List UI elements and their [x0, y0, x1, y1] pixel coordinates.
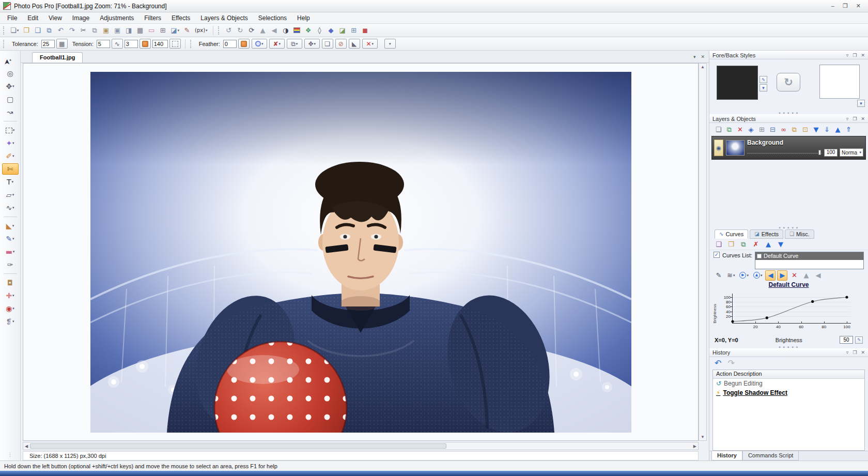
scroll-up-icon[interactable]: ▲ — [701, 65, 705, 69]
layer-visibility-button[interactable]: ◉ — [714, 140, 723, 156]
sharpen-icon[interactable]: ◊ — [315, 25, 325, 36]
curve-edit-tool[interactable]: ↝ — [2, 106, 19, 118]
curve-point[interactable] — [766, 316, 768, 319]
menu-view[interactable]: View — [43, 13, 67, 23]
toolbar-grip[interactable] — [3, 40, 5, 48]
collapse-icon[interactable]: ▿ — [846, 350, 849, 355]
blur-icon[interactable]: ◆ — [326, 25, 336, 36]
edit-points-icon[interactable]: ✎ — [714, 270, 724, 281]
brush-swatch-button[interactable] — [140, 39, 151, 49]
tension-input[interactable] — [97, 40, 110, 48]
paste-icon[interactable]: ▣ — [101, 25, 111, 36]
shapes-tool[interactable]: ▱▾ — [2, 189, 19, 201]
move-tool[interactable]: ✥▾ — [2, 81, 19, 92]
hide-layer-icon[interactable]: ∞ — [779, 124, 788, 134]
width-input[interactable] — [125, 40, 138, 48]
curve-down-icon[interactable]: ▼ — [776, 239, 786, 249]
move-selection-button[interactable]: ✥▾ — [304, 39, 320, 49]
open-file-icon[interactable]: ❒ — [21, 25, 32, 36]
menu-image[interactable]: Image — [67, 13, 95, 23]
layers-objects-header[interactable]: Layers & Objects ▿ ❐ ✕ — [709, 114, 868, 123]
redo-icon[interactable]: ↷ — [727, 358, 734, 368]
browse-pictures-icon[interactable]: ◨ — [123, 25, 134, 36]
paste-as-layer-icon[interactable]: ⊞ — [757, 124, 767, 134]
dropdown-arrow-icon[interactable]: ▾ — [12, 84, 14, 88]
dropdown-arrow-icon[interactable]: ▾ — [261, 42, 264, 46]
crop-tool[interactable]: ▢ — [2, 94, 19, 105]
next-point-icon[interactable]: ▶ — [777, 270, 787, 281]
flip-curve-vertical-icon[interactable]: ◀ — [813, 270, 823, 281]
density-input[interactable] — [152, 40, 168, 48]
merge-down-icon[interactable]: ⧉ — [789, 124, 799, 134]
menu-filters[interactable]: Filters — [139, 13, 166, 23]
dropdown-arrow-icon[interactable]: ▾ — [206, 28, 208, 33]
rect-select-tool[interactable]: ▾ — [2, 125, 19, 136]
frames-icon[interactable]: ◼ — [360, 25, 370, 36]
add-picture-icon[interactable]: ⊞ — [349, 25, 359, 36]
load-curve-icon[interactable]: ❒ — [726, 239, 736, 249]
tab-commands-script[interactable]: Commands Script — [742, 451, 799, 460]
canvas-viewport[interactable] — [23, 63, 699, 441]
line-tool[interactable]: ∿▾ — [2, 202, 19, 213]
vertical-scrollbar[interactable]: ▲ ▼ — [699, 63, 707, 441]
copy-icon[interactable]: ⧉ — [89, 25, 100, 36]
value-edit-button[interactable]: ✎ — [855, 336, 863, 344]
shape-circle-button[interactable]: ▾ — [252, 39, 267, 49]
layer-row-background[interactable]: ◉ Background 100 Norma▾ — [711, 136, 866, 160]
scroll-down-icon[interactable]: ▼ — [701, 435, 705, 439]
background-color-swatch[interactable] — [819, 65, 860, 99]
close-icon[interactable]: ✕ — [861, 350, 865, 355]
tab-effects[interactable]: ◪Effects — [750, 229, 783, 239]
duplicate-layer-icon[interactable]: ⧉ — [724, 124, 734, 134]
copy-selection-button[interactable]: ⧉▾ — [287, 39, 302, 49]
layer-opacity-slider[interactable] — [747, 152, 822, 153]
scrollbar-thumb[interactable] — [30, 443, 446, 449]
dropdown-arrow-icon[interactable]: ▾ — [12, 193, 14, 197]
swap-colors-button[interactable]: ↻ — [777, 73, 800, 91]
dropdown-arrow-icon[interactable]: ▾ — [314, 42, 316, 46]
dropdown-arrow-icon[interactable]: ▾ — [761, 273, 763, 278]
tension-curve-icon[interactable]: ∿ — [112, 39, 123, 49]
red-eye-tool[interactable]: ◉▾ — [2, 303, 19, 314]
tab-misc[interactable]: ❏Misc. — [785, 229, 814, 239]
tolerance-grid-icon[interactable]: ▦ — [56, 39, 68, 49]
layer-properties-icon[interactable]: ◈ — [746, 124, 756, 134]
curve-point[interactable] — [845, 296, 848, 298]
merge-visible-icon[interactable]: ⊡ — [800, 124, 810, 134]
dropdown-arrow-icon[interactable]: ▾ — [12, 306, 14, 311]
dropdown-arrow-icon[interactable]: ▾ — [17, 28, 19, 33]
clear-selection-button[interactable]: ✕▾ — [362, 39, 378, 49]
curve-up-icon[interactable]: ▲ — [763, 239, 773, 249]
tab-history[interactable]: History — [711, 451, 742, 460]
pin-icon[interactable]: ❐ — [853, 116, 857, 121]
dropdown-arrow-icon[interactable]: ▾ — [733, 273, 735, 278]
minimize-icon[interactable]: – — [831, 3, 834, 9]
invert-selection-button[interactable]: ◣ — [349, 39, 360, 49]
foreground-dropdown-button[interactable]: ▼ — [760, 84, 767, 91]
import-curve-icon[interactable]: ⧉ — [738, 239, 749, 249]
slider-handle[interactable] — [818, 150, 821, 155]
dropdown-arrow-icon[interactable]: ▾ — [177, 28, 179, 33]
rotate-left-icon[interactable]: ↺ — [224, 25, 234, 36]
color-balance-icon[interactable]: ❖ — [303, 25, 314, 36]
curve-point[interactable] — [731, 320, 734, 323]
dropdown-arrow-icon[interactable]: ▾ — [747, 273, 749, 278]
undo-icon[interactable]: ↶ — [55, 25, 66, 36]
tile-windows-icon[interactable]: ⊞ — [158, 25, 168, 36]
history-item[interactable]: ↺ Begun Editing — [713, 379, 864, 388]
background-dropdown-button[interactable]: ▼ — [857, 100, 865, 107]
resize-pen-icon[interactable]: ✎ — [182, 25, 192, 36]
delete-layer-icon[interactable]: ✕ — [735, 124, 745, 134]
collapse-icon[interactable]: ▿ — [846, 53, 849, 58]
redo-icon[interactable]: ↷ — [67, 25, 77, 36]
rotate-right-icon[interactable]: ↻ — [235, 25, 245, 36]
foreground-color-swatch[interactable] — [717, 66, 758, 100]
send-to-back-icon[interactable]: ⇓ — [822, 124, 832, 134]
bring-to-front-icon[interactable]: ⇑ — [844, 124, 854, 134]
zoom-tool[interactable]: ◎ — [2, 68, 19, 79]
apply-forward-icon[interactable]: ▶▾ — [738, 270, 750, 281]
cut-icon[interactable]: ✂ — [78, 25, 88, 36]
feather-input[interactable] — [223, 40, 237, 48]
new-layer-icon[interactable]: ❏ — [714, 124, 723, 134]
clone-stamp-tool[interactable]: ◘ — [2, 277, 19, 288]
